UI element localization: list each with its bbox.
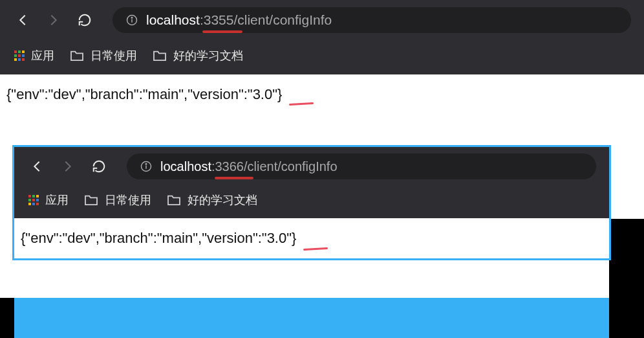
url-port: :3355	[200, 12, 234, 28]
toolbar: localhost:3366/client/configInfo	[14, 147, 609, 185]
decorative-strip	[0, 298, 14, 338]
url-port: :3366	[211, 159, 244, 174]
response-body: {"env":"dev","branch":"main","version":"…	[21, 230, 296, 247]
annotation-underline-port	[215, 177, 253, 179]
bookmark-bar: 应用 日常使用 好的学习文档	[14, 185, 609, 218]
url-text: localhost:3355/client/configInfo	[146, 12, 332, 28]
bookmark-folder-2-label: 好的学习文档	[188, 192, 257, 208]
browser-window-2: localhost:3366/client/configInfo 应用 日常使用…	[14, 147, 609, 258]
url-bar[interactable]: localhost:3366/client/configInfo	[127, 153, 596, 179]
url-host: localhost	[160, 159, 211, 174]
apps-label: 应用	[31, 48, 54, 63]
apps-label: 应用	[45, 192, 69, 208]
reload-button[interactable]	[75, 10, 94, 30]
forward-button[interactable]	[58, 157, 78, 176]
bookmark-folder-2-label: 好的学习文档	[173, 48, 243, 63]
bookmark-folder-2[interactable]: 好的学习文档	[167, 192, 257, 208]
url-bar[interactable]: localhost:3355/client/configInfo	[113, 7, 631, 33]
apps-button[interactable]: 应用	[28, 192, 69, 208]
apps-icon	[14, 51, 25, 61]
url-path: /client/configInfo	[233, 12, 332, 28]
annotation-underline-version	[303, 247, 328, 251]
apps-icon	[28, 195, 39, 205]
folder-icon	[153, 50, 167, 62]
info-icon	[125, 14, 138, 27]
url-host: localhost	[146, 12, 200, 28]
bookmark-folder-2[interactable]: 好的学习文档	[153, 48, 243, 63]
folder-icon	[167, 194, 181, 206]
info-icon	[140, 160, 153, 173]
svg-point-5	[145, 164, 147, 165]
bookmark-folder-1-label: 日常使用	[105, 192, 151, 208]
bookmark-folder-1[interactable]: 日常使用	[70, 48, 137, 63]
back-button[interactable]	[27, 157, 47, 176]
annotation-underline-port	[202, 30, 242, 33]
page-body: {"env":"dev","branch":"main","version":"…	[14, 218, 609, 258]
annotation-underline-version	[289, 102, 314, 106]
back-button[interactable]	[13, 10, 32, 30]
url-text: localhost:3366/client/configInfo	[160, 159, 338, 174]
response-body: {"env":"dev","branch":"main","version":"…	[6, 86, 282, 103]
forward-button[interactable]	[44, 10, 63, 30]
bookmark-folder-1-label: 日常使用	[91, 48, 137, 63]
decorative-strip	[609, 219, 644, 338]
folder-icon	[84, 194, 98, 206]
url-path: /client/configInfo	[244, 159, 338, 174]
bookmark-folder-1[interactable]: 日常使用	[84, 192, 151, 208]
svg-point-2	[131, 17, 133, 19]
apps-button[interactable]: 应用	[14, 48, 54, 63]
decorative-strip	[14, 298, 609, 338]
bookmark-bar: 应用 日常使用 好的学习文档	[0, 39, 644, 74]
folder-icon	[70, 50, 84, 62]
toolbar: localhost:3355/client/configInfo	[0, 0, 644, 39]
browser-window-1: localhost:3355/client/configInfo 应用 日常使用…	[0, 0, 644, 115]
reload-button[interactable]	[89, 157, 109, 176]
page-body: {"env":"dev","branch":"main","version":"…	[0, 74, 644, 115]
